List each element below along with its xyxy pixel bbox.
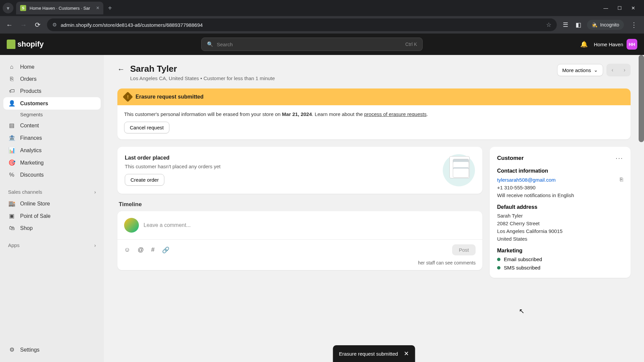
erasure-date: Mar 21, 2024 (282, 111, 312, 117)
orders-icon: ⎘ (8, 76, 15, 82)
minimize-icon[interactable]: — (603, 5, 608, 11)
store-name: Home Haven (594, 42, 623, 47)
shopify-admin: shopify 🔍 Search Ctrl K 🔔 Home Haven HH … (0, 34, 644, 362)
search-placeholder: Search (217, 42, 402, 47)
shopify-bag-icon (7, 40, 15, 49)
timeline-card: Leave a comment... ☺ @ # 🔗 Post her staf… (117, 211, 482, 270)
sidebar-item-settings[interactable]: ⚙Settings (3, 344, 101, 356)
tab-title: Home Haven · Customers · Sar (30, 6, 93, 11)
more-actions-button[interactable]: More actions⌄ (557, 64, 603, 76)
sms-subscription-status: SMS subscribed (497, 265, 623, 270)
next-customer-button[interactable]: › (619, 64, 631, 76)
shopify-favicon (20, 5, 26, 11)
notifications-icon[interactable]: 🔔 (580, 41, 588, 48)
default-address-title: Default address (497, 204, 623, 210)
page-title: Sarah Tyler (130, 64, 552, 74)
apps-header[interactable]: Apps› (3, 240, 101, 251)
marketing-title: Marketing (497, 248, 623, 254)
emoji-icon[interactable]: ☺ (124, 246, 130, 253)
cancel-request-button[interactable]: Cancel request (124, 122, 169, 133)
status-dot-icon (497, 266, 500, 269)
new-tab-button[interactable]: + (108, 4, 112, 12)
chevron-down-icon: ⌄ (594, 67, 598, 73)
sidebar-item-shop[interactable]: 🛍Shop (3, 222, 101, 234)
toast-notification: Erasure request submitted ✕ (333, 345, 415, 362)
close-window-icon[interactable]: ✕ (631, 5, 635, 11)
banner-header: ! Erasure request submitted (117, 88, 631, 105)
browser-menu-icon[interactable]: ⋮ (629, 21, 639, 29)
browser-tab[interactable]: Home Haven · Customers · Sar × (16, 2, 103, 14)
browser-toolbar: ← → ⟳ ⚙ admin.shopify.com/store/de8143-a… (0, 16, 644, 34)
store-icon: 🏬 (8, 200, 15, 207)
last-order-card: Last order placed This customer hasn't p… (117, 147, 482, 194)
back-button[interactable]: ← (5, 21, 14, 29)
toast-message: Erasure request submitted (339, 351, 398, 357)
maximize-icon[interactable]: ☐ (618, 5, 622, 11)
copy-icon[interactable]: ⎘ (620, 177, 623, 183)
app-body: ⌂Home ⎘Orders 🏷Products 👤Customers Segme… (0, 55, 644, 362)
sidebar-item-products[interactable]: 🏷Products (3, 85, 101, 97)
incognito-indicator[interactable]: 🕵 Incognito (587, 20, 624, 30)
forward-button[interactable]: → (19, 21, 28, 29)
customer-phone: +1 310-555-3890 (497, 185, 623, 190)
customer-email-link[interactable]: tylersarah508@gmail.com (497, 177, 616, 183)
sidebar-item-finances[interactable]: 🏦Finances (3, 132, 101, 144)
sales-channels-header[interactable]: Sales channels› (3, 186, 101, 197)
shopify-logo[interactable]: shopify (7, 40, 44, 49)
address-city: Los Angeles California 90015 (497, 228, 623, 234)
close-tab-icon[interactable]: × (96, 5, 99, 11)
chevron-right-icon: › (94, 189, 96, 195)
address-bar[interactable]: ⚙ admin.shopify.com/store/de8143-a6/cust… (47, 18, 557, 31)
customers-icon: 👤 (8, 100, 15, 107)
chevron-right-icon: › (94, 242, 96, 248)
sidebar-item-content[interactable]: ▤Content (3, 119, 101, 132)
sidebar-item-discounts[interactable]: %Discounts (3, 169, 101, 181)
timeline-title: Timeline (117, 201, 482, 211)
mention-icon[interactable]: @ (138, 246, 144, 253)
address-country: United States (497, 236, 623, 242)
shop-icon: 🛍 (8, 225, 15, 232)
header-right: 🔔 Home Haven HH (580, 39, 637, 50)
warning-icon: ! (122, 92, 133, 102)
comment-input[interactable]: Leave a comment... (144, 222, 476, 228)
sidebar-item-marketing[interactable]: 🎯Marketing (3, 157, 101, 169)
logo-text: shopify (17, 40, 44, 49)
url-text: admin.shopify.com/store/de8143-a6/custom… (61, 22, 542, 28)
user-avatar (124, 218, 139, 233)
search-input[interactable]: 🔍 Search Ctrl K (201, 38, 423, 51)
prev-customer-button[interactable]: ‹ (606, 64, 619, 76)
reload-button[interactable]: ⟳ (33, 21, 42, 29)
sidebar-item-segments[interactable]: Segments (3, 110, 101, 119)
reading-list-icon[interactable]: ☰ (561, 21, 570, 28)
pos-icon: ▣ (8, 213, 15, 220)
side-panel-icon[interactable]: ◧ (574, 21, 582, 28)
toast-close-icon[interactable]: ✕ (404, 350, 409, 357)
erasure-process-link[interactable]: process of erasure requests (364, 111, 427, 117)
sidebar-item-analytics[interactable]: 📊Analytics (3, 144, 101, 157)
customer-card: Customer ··· Contact information tylersa… (490, 147, 631, 278)
sidebar-item-orders[interactable]: ⎘Orders (3, 73, 101, 85)
sidebar-item-pos[interactable]: ▣Point of Sale (3, 210, 101, 222)
discounts-icon: % (8, 172, 15, 178)
sidebar-item-customers[interactable]: 👤Customers (3, 97, 101, 110)
gear-icon: ⚙ (8, 346, 15, 353)
link-icon[interactable]: 🔗 (162, 246, 169, 254)
sidebar-item-online-store[interactable]: 🏬Online Store (3, 197, 101, 210)
customer-panel-title: Customer (497, 155, 524, 162)
back-arrow-icon[interactable]: ← (117, 64, 125, 74)
customer-menu-icon[interactable]: ··· (615, 154, 623, 162)
email-subscription-status: Email subscribed (497, 256, 623, 262)
search-shortcut: Ctrl K (405, 42, 417, 47)
store-switcher[interactable]: Home Haven HH (594, 39, 637, 50)
store-avatar: HH (627, 39, 637, 50)
create-order-button[interactable]: Create order (125, 174, 164, 186)
incognito-label: Incognito (600, 22, 619, 27)
bookmark-icon[interactable]: ☆ (546, 21, 551, 28)
site-settings-icon[interactable]: ⚙ (52, 22, 57, 28)
tab-dropdown-button[interactable]: ▾ (3, 3, 13, 13)
sidebar-item-home[interactable]: ⌂Home (3, 61, 101, 73)
hashtag-icon[interactable]: # (151, 246, 155, 253)
comment-visibility-note: her staff can see comments (117, 260, 482, 270)
post-button[interactable]: Post (452, 244, 476, 255)
products-icon: 🏷 (8, 88, 15, 95)
